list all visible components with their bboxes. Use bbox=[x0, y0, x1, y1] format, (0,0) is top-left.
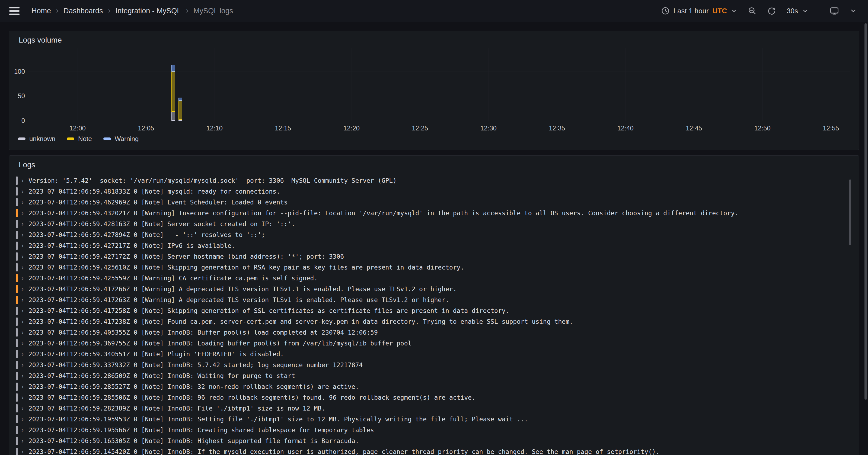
gridline bbox=[28, 96, 850, 96]
log-message: 2023-07-04T12:06:59.282389Z 0 [Note] Inn… bbox=[29, 405, 325, 412]
log-row[interactable]: ›2023-07-04T12:06:59.425559Z 0 [Warning]… bbox=[16, 273, 842, 284]
breadcrumb-home[interactable]: Home bbox=[31, 7, 51, 15]
expand-row-icon[interactable]: › bbox=[22, 198, 29, 206]
legend-item-note[interactable]: Note bbox=[67, 135, 92, 142]
expand-row-icon[interactable]: › bbox=[22, 394, 29, 401]
legend-item-warning[interactable]: Warning bbox=[103, 135, 138, 142]
log-row[interactable]: ›2023-07-04T12:06:59.195566Z 0 [Note] In… bbox=[16, 425, 842, 435]
refresh-icon[interactable] bbox=[767, 6, 776, 15]
time-range-label: Last 1 hour bbox=[674, 7, 709, 15]
toolbar-divider bbox=[818, 5, 819, 16]
breadcrumb-integration-mysql[interactable]: Integration - MySQL bbox=[116, 7, 181, 15]
expand-row-icon[interactable]: › bbox=[22, 404, 29, 412]
log-row[interactable]: ›2023-07-04T12:06:59.405355Z 0 [Note] In… bbox=[16, 327, 842, 338]
log-row[interactable]: ›2023-07-04T12:06:59.285527Z 0 [Note] In… bbox=[16, 381, 842, 392]
monitor-icon[interactable] bbox=[830, 6, 839, 16]
gridline bbox=[489, 48, 489, 121]
expand-row-icon[interactable]: › bbox=[22, 242, 29, 250]
legend-item-unknown[interactable]: unknown bbox=[18, 135, 55, 142]
expand-row-icon[interactable]: › bbox=[22, 253, 29, 260]
expand-row-icon[interactable]: › bbox=[22, 231, 29, 239]
log-row[interactable]: ›2023-07-04T12:06:59.417258Z 0 [Note] Sk… bbox=[16, 305, 842, 316]
log-row[interactable]: ›2023-07-04T12:06:59.340551Z 0 [Note] Pl… bbox=[16, 349, 842, 360]
legend-label: Warning bbox=[115, 135, 138, 142]
log-level-indicator bbox=[16, 328, 18, 336]
expand-row-icon[interactable]: › bbox=[22, 448, 29, 455]
log-row[interactable]: ›2023-07-04T12:06:59.417263Z 0 [Warning]… bbox=[16, 294, 842, 305]
log-message: 2023-07-04T12:06:59.285506Z 0 [Note] Inn… bbox=[29, 394, 475, 401]
expand-row-icon[interactable]: › bbox=[22, 415, 29, 423]
bar-segment-unknown bbox=[172, 112, 175, 121]
expand-row-icon[interactable]: › bbox=[22, 329, 29, 336]
logs-volume-chart-plot[interactable] bbox=[28, 56, 850, 121]
x-axis-tick-label: 12:35 bbox=[538, 125, 576, 132]
expand-row-icon[interactable]: › bbox=[22, 220, 29, 228]
log-list: ›Version: '5.7.42' socket: '/var/run/mys… bbox=[16, 175, 842, 455]
zoom-out-icon[interactable] bbox=[748, 6, 757, 15]
log-message: 2023-07-04T12:06:59.462969Z 0 [Note] Eve… bbox=[29, 199, 287, 206]
expand-row-icon[interactable]: › bbox=[22, 361, 29, 369]
log-level-indicator bbox=[16, 241, 18, 250]
panel-title[interactable]: Logs volume bbox=[19, 36, 62, 44]
expand-row-icon[interactable]: › bbox=[22, 188, 29, 195]
y-axis-tick-label: 50 bbox=[9, 92, 25, 100]
log-level-indicator bbox=[16, 176, 18, 185]
gridline bbox=[215, 48, 215, 121]
page-scrollbar-thumb[interactable] bbox=[865, 23, 867, 400]
expand-row-icon[interactable]: › bbox=[22, 426, 29, 434]
log-row[interactable]: ›2023-07-04T12:06:59.417266Z 0 [Warning]… bbox=[16, 284, 842, 294]
log-row[interactable]: ›2023-07-04T12:06:59.432021Z 0 [Warning]… bbox=[16, 208, 842, 219]
log-level-indicator bbox=[16, 198, 18, 206]
expand-row-icon[interactable]: › bbox=[22, 209, 29, 217]
log-row[interactable]: ›Version: '5.7.42' socket: '/var/run/mys… bbox=[16, 175, 842, 186]
expand-row-icon[interactable]: › bbox=[22, 318, 29, 325]
log-message: 2023-07-04T12:06:59.405355Z 0 [Note] Inn… bbox=[29, 329, 378, 336]
log-level-indicator bbox=[16, 253, 18, 261]
log-row[interactable]: ›2023-07-04T12:06:59.427217Z 0 [Note] IP… bbox=[16, 240, 842, 251]
chevron-down-icon bbox=[731, 8, 737, 14]
expand-row-icon[interactable]: › bbox=[22, 296, 29, 304]
panel-title[interactable]: Logs bbox=[19, 161, 35, 169]
expand-row-icon[interactable]: › bbox=[22, 372, 29, 380]
log-row[interactable]: ›2023-07-04T12:06:59.285506Z 0 [Note] In… bbox=[16, 392, 842, 403]
log-row[interactable]: ›2023-07-04T12:06:59.337932Z 0 [Note] In… bbox=[16, 360, 842, 370]
logs-volume-panel: Logs volume 050100 12:0012:0512:1012:151… bbox=[9, 31, 859, 150]
refresh-interval-picker[interactable]: 30s bbox=[786, 7, 808, 15]
log-row[interactable]: ›2023-07-04T12:06:59.286509Z 0 [Note] In… bbox=[16, 370, 842, 381]
log-row[interactable]: ›2023-07-04T12:06:59.282389Z 0 [Note] In… bbox=[16, 403, 842, 414]
breadcrumb-dashboards[interactable]: Dashboards bbox=[63, 7, 103, 15]
log-row[interactable]: ›2023-07-04T12:06:59.427172Z 0 [Note] Se… bbox=[16, 251, 842, 262]
chevron-right-icon: › bbox=[186, 6, 188, 14]
expand-row-icon[interactable]: › bbox=[22, 285, 29, 293]
log-row[interactable]: ›2023-07-04T12:06:59.425610Z 0 [Note] Sk… bbox=[16, 262, 842, 273]
log-row[interactable]: ›2023-07-04T12:06:59.145420Z 0 [Note] In… bbox=[16, 446, 842, 455]
chart-legend: unknownNoteWarning bbox=[18, 135, 138, 142]
log-level-indicator bbox=[16, 339, 18, 347]
log-row[interactable]: ›2023-07-04T12:06:59.462969Z 0 [Note] Ev… bbox=[16, 197, 842, 208]
expand-row-icon[interactable]: › bbox=[22, 339, 29, 347]
log-level-indicator bbox=[16, 426, 18, 434]
log-row[interactable]: ›2023-07-04T12:06:59.417238Z 0 [Note] Fo… bbox=[16, 316, 842, 327]
x-axis-tick-label: 12:30 bbox=[469, 125, 507, 132]
expand-row-icon[interactable]: › bbox=[22, 350, 29, 358]
expand-row-icon[interactable]: › bbox=[22, 274, 29, 282]
menu-icon[interactable] bbox=[9, 7, 20, 15]
log-row[interactable]: ›2023-07-04T12:06:59.195953Z 0 [Note] In… bbox=[16, 414, 842, 425]
log-row[interactable]: ›2023-07-04T12:06:59.369755Z 0 [Note] In… bbox=[16, 338, 842, 349]
log-message: 2023-07-04T12:06:59.417266Z 0 [Warning] … bbox=[29, 286, 457, 293]
log-row[interactable]: ›2023-07-04T12:06:59.165305Z 0 [Note] In… bbox=[16, 435, 842, 446]
expand-row-icon[interactable]: › bbox=[22, 383, 29, 390]
log-message: 2023-07-04T12:06:59.481833Z 0 [Note] mys… bbox=[29, 188, 280, 195]
expand-row-icon[interactable]: › bbox=[22, 264, 29, 271]
expand-row-icon[interactable]: › bbox=[22, 437, 29, 445]
time-range-picker[interactable]: Last 1 hour UTC bbox=[661, 6, 738, 15]
chevron-down-icon[interactable] bbox=[849, 7, 857, 14]
log-level-indicator bbox=[16, 209, 18, 217]
expand-row-icon[interactable]: › bbox=[22, 177, 29, 184]
log-row[interactable]: ›2023-07-04T12:06:59.428163Z 0 [Note] Se… bbox=[16, 219, 842, 229]
x-axis-tick-label: 12:55 bbox=[812, 125, 850, 132]
logs-scrollbar-thumb[interactable] bbox=[849, 180, 851, 245]
log-row[interactable]: ›2023-07-04T12:06:59.427894Z 0 [Note] - … bbox=[16, 229, 842, 240]
expand-row-icon[interactable]: › bbox=[22, 307, 29, 315]
log-row[interactable]: ›2023-07-04T12:06:59.481833Z 0 [Note] my… bbox=[16, 186, 842, 197]
